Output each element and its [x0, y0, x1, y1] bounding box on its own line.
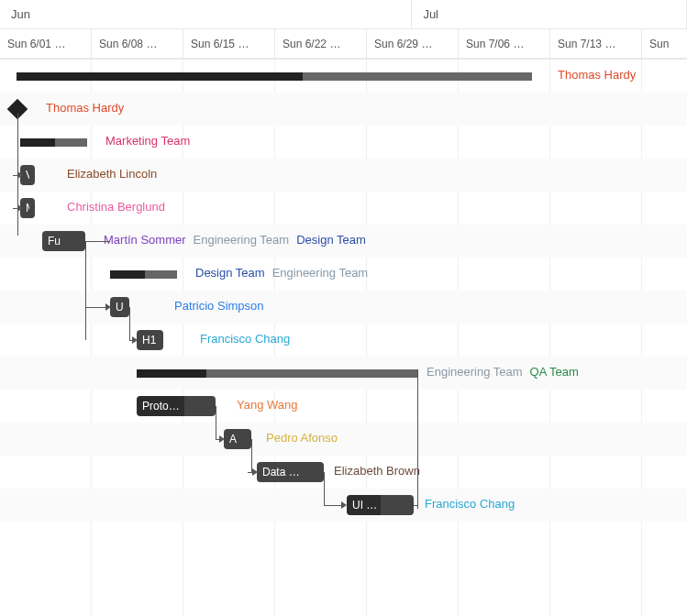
- row-label: Elizabeth Lincoln: [67, 167, 157, 181]
- assignee-label: Pedro Afonso: [266, 431, 338, 445]
- task-label: V: [26, 169, 29, 182]
- day-cell: Sun 6/08 …: [92, 29, 183, 58]
- assignee-label: Patricio Simpson: [174, 299, 264, 313]
- assignee-label: Thomas Hardy: [558, 68, 636, 82]
- row-label: Thomas Hardy: [46, 101, 124, 115]
- row-label: Thomas Hardy: [558, 68, 636, 82]
- dependency-line: [251, 439, 252, 472]
- assignee-label: Design Team: [296, 233, 366, 247]
- dependency-line: [417, 369, 418, 509]
- month-cell: Jun: [0, 0, 412, 28]
- assignee-label: Engineering Team: [194, 233, 290, 247]
- gantt-row: Engineering TeamQA Team: [0, 357, 687, 390]
- gantt-row: H1Francisco Chang: [0, 324, 687, 357]
- timeline-header: JunJul Sun 6/01 …Sun 6/08 …Sun 6/15 …Sun…: [0, 0, 687, 60]
- day-cell: Sun: [642, 29, 687, 58]
- dependency-line: [324, 472, 325, 505]
- dependency-line: [216, 439, 220, 440]
- gantt-row: Proto…Yang Wang: [0, 390, 687, 423]
- assignee-label: Yang Wang: [237, 398, 298, 412]
- dependency-line: [129, 340, 133, 341]
- task-bar[interactable]: Proto…: [137, 396, 216, 416]
- row-label: Marketing Team: [105, 134, 190, 148]
- task-label: Proto…: [142, 400, 180, 412]
- row-label: Yang Wang: [237, 398, 298, 412]
- gantt-row: Thomas Hardy: [0, 93, 687, 126]
- task-bar[interactable]: U: [110, 297, 129, 317]
- assignee-label: Engineering Team: [427, 365, 523, 379]
- assignee-label: Francisco Chang: [200, 332, 290, 346]
- summary-bar[interactable]: [17, 72, 532, 81]
- gantt-row: Marketing Team: [0, 126, 687, 159]
- task-label: H1: [142, 334, 156, 346]
- day-row: Sun 6/01 …Sun 6/08 …Sun 6/15 …Sun 6/22 ……: [0, 29, 687, 59]
- day-cell: Sun 7/13 …: [550, 29, 642, 58]
- gantt-row: VElizabeth Lincoln: [0, 159, 687, 192]
- assignee-label: Francisco Chang: [425, 497, 515, 511]
- gantt-row: Data …Elizabeth Brown: [0, 456, 687, 489]
- dependency-line: [13, 208, 18, 209]
- dependency-line: [129, 307, 130, 340]
- assignee-label: QA Team: [530, 365, 579, 379]
- assignee-label: Design Team: [195, 266, 265, 280]
- row-label: Martín SommerEngineering TeamDesign Team: [104, 233, 366, 247]
- assignee-label: Engineering Team: [272, 266, 369, 280]
- task-label: A: [229, 433, 237, 446]
- assignee-label: Thomas Hardy: [46, 101, 124, 115]
- day-cell: Sun 6/22 …: [275, 29, 367, 58]
- task-label: Data …: [262, 466, 300, 478]
- row-label: Pedro Afonso: [266, 431, 338, 445]
- day-cell: Sun 6/29 …: [367, 29, 459, 58]
- dependency-line: [85, 241, 110, 242]
- dependency-line: [85, 307, 105, 308]
- assignee-label: Elizabeth Lincoln: [67, 167, 157, 181]
- task-label: UI …: [352, 499, 377, 512]
- row-label: Design TeamEngineering Team: [195, 266, 368, 280]
- assignee-label: Martín Sommer: [104, 233, 186, 247]
- gantt-row: Thomas Hardy: [0, 60, 687, 93]
- task-bar[interactable]: UI …: [347, 495, 414, 515]
- gantt-chart[interactable]: JunJul Sun 6/01 …Sun 6/08 …Sun 6/15 …Sun…: [0, 0, 687, 616]
- day-cell: Sun 6/15 …: [183, 29, 275, 58]
- summary-bar[interactable]: [137, 369, 417, 378]
- gantt-body[interactable]: Thomas HardyThomas HardyMarketing TeamVE…: [0, 60, 687, 522]
- assignee-label: Christina Berglund: [67, 200, 165, 214]
- assignee-label: Elizabeth Brown: [334, 464, 420, 478]
- task-bar[interactable]: H1: [137, 330, 163, 350]
- dependency-line: [216, 406, 216, 439]
- summary-bar[interactable]: [20, 138, 87, 147]
- dependency-line: [324, 505, 342, 506]
- dependency-line: [414, 505, 418, 506]
- row-label: Patricio Simpson: [174, 299, 264, 313]
- task-bar[interactable]: A: [224, 429, 251, 449]
- task-label: Fu: [48, 235, 61, 248]
- dependency-line: [248, 472, 253, 473]
- dependency-arrow-icon: [105, 303, 111, 311]
- dependency-line: [13, 175, 18, 176]
- task-label: U: [116, 301, 124, 314]
- summary-bar[interactable]: [110, 270, 177, 279]
- row-label: Francisco Chang: [425, 497, 515, 511]
- task-bar[interactable]: Data …: [257, 462, 324, 482]
- month-row: JunJul: [0, 0, 687, 29]
- gantt-row: APedro Afonso: [0, 423, 687, 456]
- gantt-row: MChristina Berglund: [0, 192, 687, 225]
- day-cell: Sun 7/06 …: [459, 29, 550, 58]
- month-cell: Jul: [412, 0, 687, 28]
- assignee-label: Marketing Team: [105, 134, 190, 148]
- row-label: Engineering TeamQA Team: [427, 365, 579, 379]
- row-label: Francisco Chang: [200, 332, 290, 346]
- task-label: M: [26, 202, 29, 214]
- task-bar[interactable]: Fu: [42, 231, 85, 251]
- row-label: Christina Berglund: [67, 200, 165, 214]
- gantt-row: Design TeamEngineering Team: [0, 258, 687, 291]
- day-cell: Sun 6/01 …: [0, 29, 92, 58]
- row-label: Elizabeth Brown: [334, 464, 420, 478]
- dependency-line: [85, 241, 86, 340]
